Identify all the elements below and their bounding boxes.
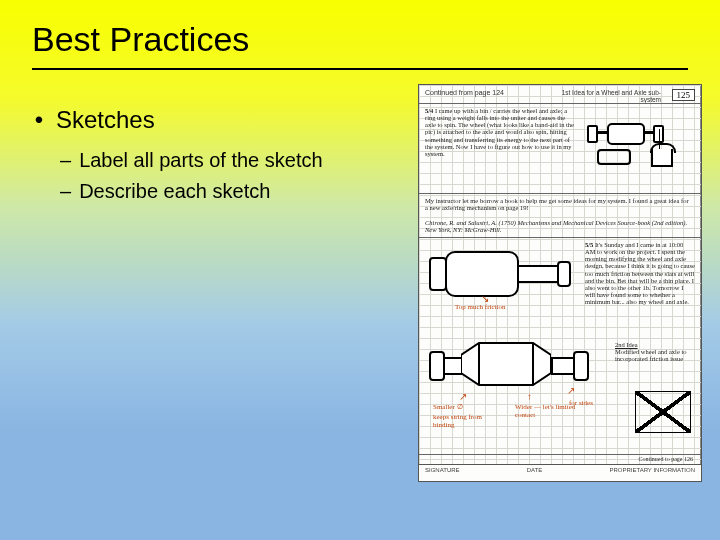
- shaft-icon: [517, 265, 561, 283]
- rule-line: [419, 103, 701, 104]
- label-friction: Top much friction: [455, 303, 505, 311]
- page-number: 125: [672, 89, 696, 101]
- bullet-level-2: – Label all parts of the sketch: [60, 148, 392, 173]
- endcap-icon: [573, 351, 589, 381]
- page-header-left: Continued from page 124: [425, 89, 504, 96]
- body-text: • Sketches – Label all parts of the sket…: [32, 106, 392, 210]
- entry-3-text: It's Sunday and I came in at 10:00 AM to…: [585, 241, 695, 305]
- entry-2: My instructor let me borrow a book to he…: [425, 197, 693, 211]
- label-sides: for sides: [569, 399, 593, 407]
- title-underline: [32, 68, 688, 70]
- footer-signed: SIGNATURE: [425, 467, 460, 481]
- page-header-right: 1st Idea for a Wheel and Axle sub-system: [561, 89, 661, 103]
- svg-marker-0: [461, 343, 551, 385]
- arrow-icon: ↗: [459, 391, 467, 402]
- side-note: 2nd Idea Modified wheel and axle to inco…: [615, 341, 693, 362]
- side-note-text: Modified wheel and axle to incorporated …: [615, 348, 686, 362]
- page-footer: SIGNATURE DATE PROPRIETARY INFORMATION: [419, 464, 701, 481]
- footer-date: DATE: [527, 467, 543, 481]
- side-note-title: 2nd Idea: [615, 341, 638, 348]
- sketch-1: [591, 113, 691, 173]
- dash-icon: –: [60, 148, 71, 173]
- bucket-icon: [651, 149, 673, 167]
- slide: Best Practices • Sketches – Label all pa…: [0, 0, 720, 540]
- rule-line: [419, 193, 701, 194]
- endcap-icon: [557, 261, 571, 287]
- arrow-icon: ↑: [527, 391, 532, 402]
- arrow-icon: ↘: [481, 293, 489, 304]
- citation: Chirone, R. and Salustri, A. (1750) Mech…: [425, 219, 693, 233]
- bullet-level-2: – Describe each sketch: [60, 179, 392, 204]
- axle-cap-icon: [587, 125, 598, 143]
- notebook-page-image: Continued from page 124 1st Idea for a W…: [418, 84, 702, 482]
- rule-line: [419, 237, 701, 238]
- crossed-out-box-icon: [635, 391, 691, 433]
- weight-icon: [597, 149, 631, 165]
- bullet-2b-text: Describe each sketch: [79, 179, 270, 204]
- dash-icon: –: [60, 179, 71, 204]
- rule-line: [419, 454, 701, 455]
- footer-proprietary: PROPRIETARY INFORMATION: [609, 467, 695, 481]
- arrow-icon: ↗: [567, 385, 575, 396]
- wheel-icon: [607, 123, 645, 145]
- bullet-dot-icon: •: [32, 106, 46, 134]
- label-smaller: Smaller ∅: [433, 403, 493, 411]
- bullet-2a-text: Label all parts of the sketch: [79, 148, 322, 173]
- roller-icon: [445, 251, 519, 297]
- label-keeps: keeps string from binding: [433, 413, 503, 429]
- entry-1-text: I came up with a bin / carries the wheel…: [425, 107, 574, 157]
- entry-1-date: 5/4: [425, 107, 433, 114]
- tapered-roller-icon: [461, 341, 551, 387]
- sketch-2: [429, 247, 579, 301]
- entry-1: 5/4 I came up with a bin / carries the w…: [425, 107, 575, 157]
- entry-3: 5/5 It's Sunday and I came in at 10:00 A…: [585, 241, 695, 305]
- footer-continued: Continued to page 126: [639, 456, 694, 463]
- bullet-1-text: Sketches: [56, 106, 155, 134]
- slide-title: Best Practices: [32, 20, 249, 59]
- entry-3-date: 5/5: [585, 241, 593, 248]
- bullet-level-1: • Sketches: [32, 106, 392, 134]
